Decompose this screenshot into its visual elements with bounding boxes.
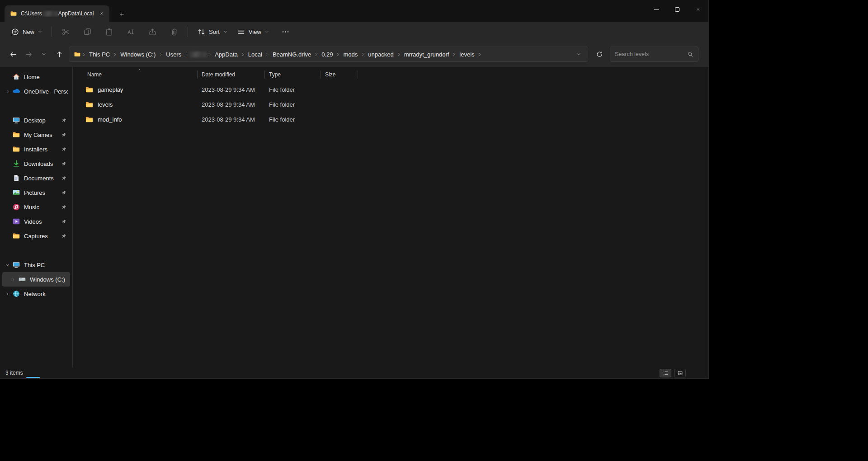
details-view-button[interactable]	[660, 369, 671, 377]
sidebar-item-desktop[interactable]: Desktop	[2, 113, 70, 127]
breadcrumb-chevron-icon[interactable]	[207, 52, 212, 57]
breadcrumb-chevron-icon[interactable]	[112, 52, 118, 57]
breadcrumb-chevron-icon[interactable]	[451, 52, 457, 57]
share-button[interactable]	[143, 24, 161, 39]
breadcrumb-item-appdata[interactable]: AppData	[212, 50, 240, 59]
new-plus-icon	[11, 28, 19, 36]
breadcrumb-item-mods[interactable]: mods	[341, 50, 360, 59]
breadcrumb-item-redacted[interactable]	[189, 52, 207, 57]
tab-title-prefix: C:\Users	[21, 10, 42, 17]
breadcrumb-item-0-29[interactable]: 0.29	[319, 50, 335, 59]
sidebar-item-label: My Games	[24, 132, 61, 138]
rename-icon	[127, 28, 135, 36]
rename-button[interactable]	[122, 24, 140, 39]
view-icon	[237, 28, 245, 36]
sidebar-item-label: Desktop	[24, 117, 61, 124]
file-row-levels[interactable]: levels2023-08-29 9:34 AMFile folder	[80, 97, 708, 112]
sidebar-item-onedrive-persona[interactable]: OneDrive - Persona	[2, 84, 70, 99]
sidebar-item-installers[interactable]: Installers	[2, 142, 70, 156]
view-button[interactable]: View	[232, 24, 274, 39]
minimize-button[interactable]	[646, 0, 667, 19]
folder-icon	[85, 115, 94, 124]
location-folder-icon	[74, 51, 81, 58]
breadcrumb-chevron-icon[interactable]	[240, 52, 246, 57]
breadcrumb-item-levels[interactable]: levels	[457, 50, 476, 59]
chevron-right-icon[interactable]	[4, 292, 11, 296]
maximize-button[interactable]	[667, 0, 688, 19]
column-header-date-modified[interactable]: Date modified	[198, 67, 265, 82]
column-header-type[interactable]: Type	[265, 67, 321, 82]
sidebar-item-this-pc[interactable]: This PC	[2, 258, 70, 272]
up-button[interactable]	[52, 47, 67, 62]
forward-button[interactable]	[21, 47, 36, 62]
more-options-button[interactable]	[277, 24, 295, 39]
breadcrumb-chevron-icon[interactable]	[158, 52, 164, 57]
column-header-label: Type	[269, 71, 281, 78]
folder-icon	[85, 100, 94, 109]
sort-button[interactable]: Sort	[193, 24, 232, 39]
new-tab-button[interactable]	[116, 8, 127, 20]
sidebar-item-captures[interactable]: Captures	[2, 229, 70, 243]
file-type: File folder	[265, 101, 321, 108]
breadcrumb-chevron-icon[interactable]	[81, 52, 87, 57]
breadcrumb-item-this-pc[interactable]: This PC	[87, 50, 112, 59]
column-header-name[interactable]: Name	[80, 67, 198, 82]
sidebar-divider	[0, 99, 72, 113]
delete-button[interactable]	[165, 24, 183, 39]
chevron-right-icon[interactable]	[10, 277, 17, 282]
cut-icon	[61, 28, 70, 36]
chevron-down-icon[interactable]	[4, 263, 11, 268]
back-button[interactable]	[5, 47, 21, 62]
breadcrumb-chevron-icon[interactable]	[184, 52, 189, 57]
sidebar-item-windows-c[interactable]: Windows (C:)	[2, 272, 70, 287]
search-input[interactable]	[615, 51, 687, 57]
sidebar-item-label: Captures	[24, 233, 61, 240]
recent-locations-button[interactable]	[36, 47, 52, 62]
breadcrumb-item-beamng-drive[interactable]: BeamNG.drive	[270, 50, 313, 59]
chevron-down-icon	[223, 29, 228, 34]
breadcrumb-item-windows-c[interactable]: Windows (C:)	[118, 50, 158, 59]
home-icon	[12, 73, 21, 81]
music-icon	[12, 203, 21, 211]
new-button[interactable]: New	[6, 24, 47, 39]
file-row-mod-info[interactable]: mod_info2023-08-29 9:34 AMFile folder	[80, 112, 708, 127]
breadcrumb-item-local[interactable]: Local	[246, 50, 264, 59]
column-header-size[interactable]: Size	[321, 67, 358, 82]
breadcrumb-chevron-icon[interactable]	[313, 52, 319, 57]
breadcrumb-chevron-icon[interactable]	[335, 52, 341, 57]
address-dropdown-icon[interactable]	[574, 50, 583, 59]
sidebar-item-pictures[interactable]: Pictures	[2, 185, 70, 200]
paste-button[interactable]	[100, 24, 118, 39]
copy-button[interactable]	[78, 24, 96, 39]
tab-close-icon[interactable]	[97, 9, 106, 18]
breadcrumb-chevron-icon[interactable]	[396, 52, 402, 57]
sidebar-item-home[interactable]: Home	[2, 70, 70, 84]
sidebar-item-network[interactable]: Network	[2, 287, 70, 301]
breadcrumb-item-users[interactable]: Users	[164, 50, 184, 59]
address-field[interactable]: This PCWindows (C:)UsersAppDataLocalBeam…	[69, 47, 588, 62]
refresh-button[interactable]	[592, 47, 607, 62]
chevron-right-icon[interactable]	[4, 89, 11, 94]
sidebar-item-downloads[interactable]: Downloads	[2, 156, 70, 171]
explorer-window: C:\Users AppData\Local New Sort	[0, 0, 709, 379]
sidebar-item-documents[interactable]: Documents	[2, 171, 70, 185]
sidebar-item-label: Windows (C:)	[30, 276, 68, 283]
tab-appdata-local[interactable]: C:\Users AppData\Local	[5, 5, 109, 22]
sidebar-item-label: OneDrive - Persona	[24, 88, 68, 95]
breadcrumb: This PCWindows (C:)UsersAppDataLocalBeam…	[81, 50, 574, 59]
sidebar-item-videos[interactable]: Videos	[2, 214, 70, 229]
cut-button[interactable]	[57, 24, 75, 39]
breadcrumb-chevron-icon[interactable]	[264, 52, 270, 57]
search-icon	[687, 51, 693, 57]
breadcrumb-chevron-icon[interactable]	[360, 52, 366, 57]
sidebar-item-my-games[interactable]: My Games	[2, 127, 70, 142]
file-row-gameplay[interactable]: gameplay2023-08-29 9:34 AMFile folder	[80, 82, 708, 97]
breadcrumb-chevron-icon[interactable]	[477, 52, 483, 57]
breadcrumb-item-mrradyt-grundorf[interactable]: mrradyt_grundorf	[402, 50, 452, 59]
thumbnail-view-button[interactable]	[674, 369, 686, 377]
paste-icon	[105, 28, 113, 36]
close-button[interactable]	[688, 0, 708, 19]
sidebar-item-music[interactable]: Music	[2, 200, 70, 214]
view-toggles	[660, 369, 686, 377]
breadcrumb-item-unpacked[interactable]: unpacked	[366, 50, 396, 59]
